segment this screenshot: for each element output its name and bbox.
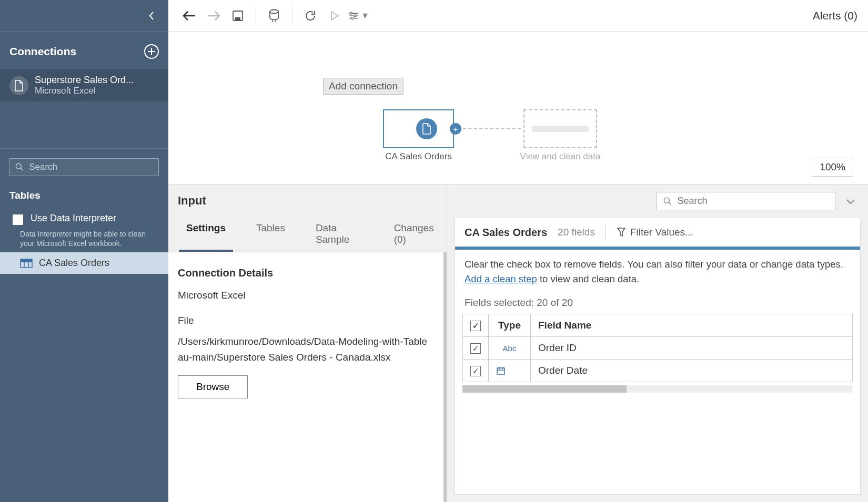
fields-search[interactable]: [657, 192, 835, 210]
field-row[interactable]: Order Date: [463, 359, 853, 382]
back-button[interactable]: [179, 5, 200, 26]
svg-point-9: [664, 198, 669, 203]
connection-details-heading: Connection Details: [178, 267, 429, 279]
alerts-button[interactable]: Alerts (0): [813, 9, 857, 22]
tab-tables[interactable]: Tables: [249, 212, 292, 252]
data-interpreter-option[interactable]: Use Data Interpreter: [0, 206, 168, 229]
add-clean-step-link[interactable]: Add a clean step: [465, 273, 537, 284]
table-item[interactable]: CA Sales Orders: [0, 252, 168, 274]
filter-icon: [617, 227, 626, 238]
select-all-checkbox[interactable]: [470, 321, 481, 331]
fields-step-name: CA Sales Orders: [465, 227, 547, 239]
interpreter-label: Use Data Interpreter: [31, 213, 116, 224]
type-string-icon[interactable]: Abc: [503, 344, 517, 353]
svg-rect-4: [235, 17, 240, 21]
forward-button[interactable]: [203, 5, 224, 26]
field-row[interactable]: Abc Order ID: [463, 336, 853, 359]
toolbar: ▼ Alerts (0): [168, 0, 868, 32]
add-connection-tooltip: Add connection: [323, 78, 403, 95]
svg-point-0: [16, 163, 21, 169]
flow-connector: [463, 128, 521, 129]
svg-rect-2: [21, 259, 32, 262]
flow-input-step[interactable]: +: [383, 109, 454, 148]
collapse-pane-icon[interactable]: [846, 198, 855, 204]
main-area: ▼ Alerts (0) Add connection + CA Sales O…: [168, 0, 868, 502]
datasource-button[interactable]: [264, 5, 285, 26]
table-item-label: CA Sales Orders: [39, 258, 109, 269]
fields-selected-count: Fields selected: 20 of 20: [455, 294, 860, 314]
field-name: Order ID: [531, 336, 853, 359]
filter-values-button[interactable]: Filter Values...: [617, 227, 693, 238]
connections-heading: Connections: [9, 45, 76, 58]
sidebar-search-input[interactable]: [29, 162, 153, 172]
checkbox-icon[interactable]: [13, 214, 23, 225]
svg-rect-10: [497, 368, 504, 374]
file-path: /Users/kirkmunroe/Downloads/Data-Modelin…: [178, 334, 429, 366]
svg-point-5: [270, 9, 278, 13]
field-count: 20 fields: [558, 227, 595, 238]
ghost-step-label: View and clean data: [518, 151, 602, 162]
input-pane: Input Settings Tables Data Sample Change…: [168, 185, 447, 502]
connection-item[interactable]: Superstore Sales Ord... Microsoft Excel: [0, 69, 168, 101]
field-name: Order Date: [531, 359, 853, 382]
fields-search-input[interactable]: [677, 196, 829, 207]
svg-point-7: [354, 15, 356, 17]
horizontal-scrollbar[interactable]: [462, 385, 853, 393]
tab-data-sample[interactable]: Data Sample: [308, 212, 371, 252]
collapse-sidebar-icon[interactable]: [145, 9, 158, 22]
connection-type: Microsoft Excel: [178, 290, 429, 301]
fields-info-text: Clear the check box to remove fields. Yo…: [455, 250, 860, 294]
flow-ghost-step[interactable]: [523, 109, 597, 148]
col-type: Type: [489, 314, 531, 336]
tab-changes[interactable]: Changes (0): [387, 212, 447, 252]
fields-pane: CA Sales Orders 20 fields Filter Values.…: [447, 185, 868, 502]
settings-sliders-button[interactable]: ▼: [348, 5, 369, 26]
svg-point-6: [350, 12, 352, 14]
tab-settings[interactable]: Settings: [179, 212, 233, 252]
browse-button[interactable]: Browse: [178, 375, 248, 398]
file-icon: [9, 76, 28, 95]
flow-step-label: CA Sales Orders: [383, 151, 454, 162]
connection-title: Superstore Sales Ord...: [35, 75, 134, 86]
input-tabs: Settings Tables Data Sample Changes (0): [168, 212, 447, 252]
tables-heading: Tables: [0, 186, 168, 206]
fields-table: Type Field Name Abc Order ID: [462, 314, 853, 382]
file-icon: [416, 118, 437, 139]
field-checkbox[interactable]: [470, 366, 481, 376]
table-icon: [20, 259, 33, 268]
field-checkbox[interactable]: [470, 343, 481, 354]
sidebar-collapse-bar: [0, 0, 168, 32]
flow-canvas[interactable]: Add connection + CA Sales Orders View an…: [168, 32, 868, 184]
search-icon: [663, 197, 672, 206]
add-step-button[interactable]: +: [450, 123, 461, 135]
zoom-level[interactable]: 100%: [812, 158, 853, 177]
save-button[interactable]: [227, 5, 248, 26]
col-field-name: Field Name: [531, 314, 853, 336]
file-label: File: [178, 315, 429, 326]
input-heading: Input: [178, 194, 206, 208]
sidebar: Connections Superstore Sales Ord... Micr…: [0, 0, 168, 502]
run-button[interactable]: [324, 5, 345, 26]
refresh-button[interactable]: [300, 5, 321, 26]
add-connection-button[interactable]: [144, 44, 159, 59]
interpreter-hint: Data Interpreter might be able to clean …: [20, 229, 159, 248]
connection-subtitle: Microsoft Excel: [35, 86, 134, 96]
sidebar-search[interactable]: [9, 158, 159, 176]
svg-point-8: [351, 17, 354, 19]
search-icon: [15, 162, 24, 172]
type-date-icon[interactable]: [496, 366, 523, 375]
